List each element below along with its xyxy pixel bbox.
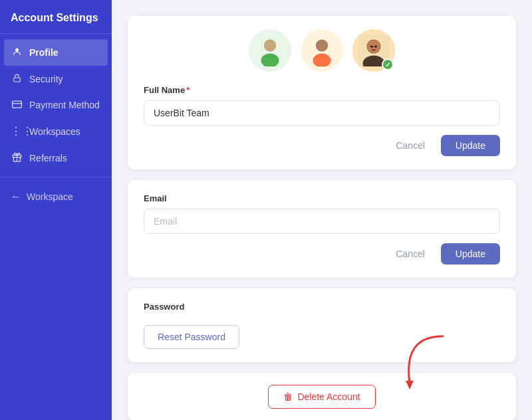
svg-rect-2 — [12, 101, 21, 108]
sidebar-item-workspaces[interactable]: ⋮⋮ Workspaces — [0, 118, 112, 145]
active-badge: ✓ — [382, 58, 394, 70]
sidebar-referrals-label: Referrals — [29, 153, 67, 163]
security-icon — [11, 73, 23, 85]
svg-point-14 — [370, 46, 374, 48]
email-update-button[interactable]: Update — [441, 243, 500, 264]
payment-icon — [11, 100, 23, 110]
sidebar-title: Account Settings — [0, 0, 112, 34]
avatar-1[interactable] — [249, 29, 291, 72]
required-star: * — [186, 85, 190, 95]
workspaces-icon: ⋮⋮ — [11, 125, 23, 138]
delete-account-button[interactable]: 🗑 Delete Account — [268, 385, 375, 409]
email-cancel-button[interactable]: Cancel — [386, 243, 434, 264]
svg-point-5 — [261, 54, 279, 67]
profile-cancel-button[interactable]: Cancel — [386, 135, 434, 156]
delete-section: 🗑 Delete Account — [128, 373, 516, 420]
sidebar-payment-label: Payment Method — [29, 100, 100, 110]
sidebar-back-label: Workspace — [27, 191, 73, 202]
main-content: ✓ Full Name* Cancel Update Email Cancel … — [112, 0, 532, 420]
svg-point-8 — [313, 54, 331, 67]
email-label: Email — [144, 193, 500, 203]
profile-update-button[interactable]: Update — [441, 135, 500, 156]
password-label: Password — [144, 302, 500, 312]
referrals-icon — [11, 152, 23, 164]
sidebar-workspaces-label: Workspaces — [29, 126, 80, 137]
back-arrow-icon: ← — [11, 191, 21, 203]
sidebar-profile-label: Profile — [29, 47, 59, 58]
svg-rect-1 — [13, 78, 20, 82]
reset-password-button[interactable]: Reset Password — [144, 325, 239, 349]
email-card: Email Cancel Update — [128, 180, 516, 278]
sidebar-nav: Profile Security Payment Method ⋮⋮ Works… — [0, 34, 112, 420]
profile-card: ✓ Full Name* Cancel Update — [128, 16, 516, 169]
avatar-2[interactable] — [301, 29, 343, 72]
svg-point-0 — [15, 49, 19, 52]
sidebar-item-referrals[interactable]: Referrals — [0, 145, 112, 171]
password-card: Password Reset Password — [128, 288, 516, 362]
svg-point-15 — [374, 46, 378, 48]
sidebar-item-payment[interactable]: Payment Method — [0, 92, 112, 118]
sidebar-divider — [0, 177, 112, 177]
svg-marker-16 — [406, 381, 414, 389]
email-input[interactable] — [144, 209, 500, 234]
trash-icon: 🗑 — [283, 391, 293, 402]
profile-btn-row: Cancel Update — [144, 135, 500, 156]
sidebar: Account Settings Profile Security Paymen… — [0, 0, 112, 420]
sidebar-item-security[interactable]: Security — [0, 66, 112, 92]
email-btn-row: Cancel Update — [144, 243, 500, 264]
avatar-row: ✓ — [144, 29, 500, 72]
sidebar-security-label: Security — [29, 74, 63, 84]
svg-point-13 — [367, 40, 380, 53]
sidebar-back-workspace[interactable]: ← Workspace — [0, 183, 112, 211]
svg-point-9 — [316, 40, 328, 52]
profile-icon — [11, 47, 23, 58]
avatar-3[interactable]: ✓ — [352, 29, 395, 72]
full-name-input[interactable] — [144, 100, 500, 126]
svg-point-6 — [264, 40, 276, 52]
full-name-label: Full Name* — [144, 85, 500, 95]
sidebar-item-profile[interactable]: Profile — [4, 39, 108, 66]
